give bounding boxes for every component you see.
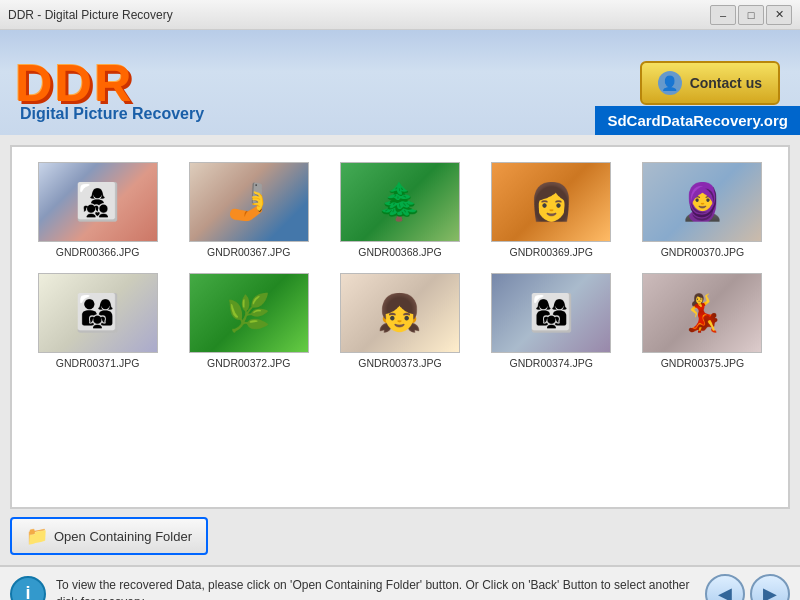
header: DDR Digital Picture Recovery 👤 Contact u… [0, 30, 800, 135]
list-item[interactable]: GNDR00373.JPG [329, 273, 470, 369]
contact-icon: 👤 [658, 71, 682, 95]
list-item[interactable]: GNDR00374.JPG [481, 273, 622, 369]
list-item[interactable]: GNDR00367.JPG [178, 162, 319, 258]
photo-filename: GNDR00374.JPG [509, 357, 592, 369]
photo-thumbnail [340, 162, 460, 242]
photo-thumbnail [491, 273, 611, 353]
minimize-button[interactable]: – [710, 5, 736, 25]
main-content: GNDR00366.JPGGNDR00367.JPGGNDR00368.JPGG… [0, 135, 800, 565]
photo-filename: GNDR00366.JPG [56, 246, 139, 258]
photo-filename: GNDR00367.JPG [207, 246, 290, 258]
back-icon: ◀ [718, 583, 732, 601]
title-bar-text: DDR - Digital Picture Recovery [8, 8, 710, 22]
photo-thumbnail [189, 162, 309, 242]
photo-filename: GNDR00370.JPG [661, 246, 744, 258]
website-badge: SdCardDataRecovery.org [595, 106, 800, 135]
photo-thumbnail [38, 273, 158, 353]
photo-filename: GNDR00371.JPG [56, 357, 139, 369]
maximize-button[interactable]: □ [738, 5, 764, 25]
nav-controls: ◀ ▶ [705, 574, 790, 601]
photo-filename: GNDR00372.JPG [207, 357, 290, 369]
photo-thumbnail [491, 162, 611, 242]
photo-filename: GNDR00375.JPG [661, 357, 744, 369]
folder-icon: 📁 [26, 525, 48, 547]
contact-us-button[interactable]: 👤 Contact us [640, 61, 780, 105]
info-icon: i [10, 576, 46, 601]
list-item[interactable]: GNDR00366.JPG [27, 162, 168, 258]
open-containing-folder-button[interactable]: 📁 Open Containing Folder [10, 517, 208, 555]
photo-filename: GNDR00373.JPG [358, 357, 441, 369]
list-item[interactable]: GNDR00371.JPG [27, 273, 168, 369]
photo-thumbnail [189, 273, 309, 353]
list-item[interactable]: GNDR00368.JPG [329, 162, 470, 258]
gallery-scroll[interactable]: GNDR00366.JPGGNDR00367.JPGGNDR00368.JPGG… [12, 147, 788, 507]
photo-filename: GNDR00369.JPG [509, 246, 592, 258]
list-item[interactable]: GNDR00375.JPG [632, 273, 773, 369]
list-item[interactable]: GNDR00370.JPG [632, 162, 773, 258]
photo-thumbnail [38, 162, 158, 242]
back-button[interactable]: ◀ [705, 574, 745, 601]
close-button[interactable]: ✕ [766, 5, 792, 25]
photo-filename: GNDR00368.JPG [358, 246, 441, 258]
title-bar: DDR - Digital Picture Recovery – □ ✕ [0, 0, 800, 30]
ddr-logo: DDR [15, 57, 134, 109]
gallery-container: GNDR00366.JPGGNDR00367.JPGGNDR00368.JPGG… [10, 145, 790, 509]
contact-btn-label: Contact us [690, 75, 762, 91]
list-item[interactable]: GNDR00372.JPG [178, 273, 319, 369]
list-item[interactable]: GNDR00369.JPG [481, 162, 622, 258]
forward-icon: ▶ [763, 583, 777, 601]
forward-button[interactable]: ▶ [750, 574, 790, 601]
photo-thumbnail [340, 273, 460, 353]
title-bar-controls: – □ ✕ [710, 5, 792, 25]
gallery-grid: GNDR00366.JPGGNDR00367.JPGGNDR00368.JPGG… [27, 162, 773, 369]
photo-thumbnail [642, 273, 762, 353]
app-subtitle: Digital Picture Recovery [20, 105, 204, 123]
status-bar: i To view the recovered Data, please cli… [0, 565, 800, 600]
folder-btn-label: Open Containing Folder [54, 529, 192, 544]
status-message: To view the recovered Data, please click… [56, 577, 695, 600]
photo-thumbnail [642, 162, 762, 242]
